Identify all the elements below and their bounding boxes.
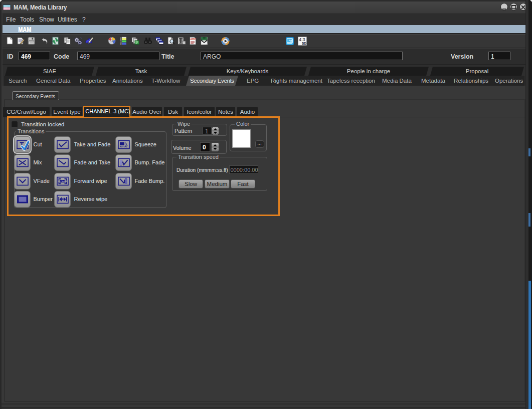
svg-text:SD: SD [302,42,306,45]
svg-text:ABC: ABC [190,38,196,41]
